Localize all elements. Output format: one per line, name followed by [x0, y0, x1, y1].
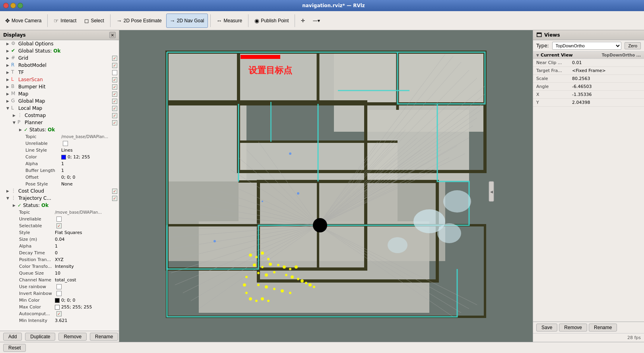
cost-cloud-item[interactable]: ▶ ⋮ Cost Cloud	[0, 187, 119, 195]
laser-scan-checkbox[interactable]	[112, 77, 117, 82]
traj-label-min-intensity: Min Intensity	[19, 318, 55, 323]
prop-buffer-length: Buffer Length 1	[0, 167, 119, 174]
map-item[interactable]: ▶ M Map	[0, 90, 119, 98]
view-target-frame-label: Target Fra...	[536, 68, 572, 73]
window-controls[interactable]	[3, 3, 23, 8]
prop-value-alpha: 1	[61, 161, 64, 166]
planner-status-item[interactable]: ▶ ✓ Status: Ok	[0, 126, 119, 133]
publish-point-icon: ◉	[254, 18, 259, 24]
grid-item[interactable]: ▶ # Grid	[0, 55, 119, 62]
interact-button[interactable]: ☞ Interact	[50, 14, 80, 28]
views-tree: ▼ Current View TopDownOrtho ... Near Cli…	[533, 52, 644, 322]
views-type-select[interactable]: TopDownOrtho Orbit FPS	[552, 42, 622, 50]
trajectory-item[interactable]: ▼ ⋮ Trajectory C...	[0, 195, 119, 202]
select-button[interactable]: ◻ Select	[81, 14, 107, 28]
invert-rainbow-checkbox[interactable]	[56, 291, 62, 296]
fps-display: 28 fps	[533, 333, 644, 342]
duplicate-button[interactable]: Duplicate	[25, 333, 55, 341]
measure-button[interactable]: ↔ Measure	[213, 14, 246, 28]
views-zero-button[interactable]: Zero	[625, 42, 641, 49]
planner-checkbox[interactable]	[112, 120, 117, 125]
view-angle-value: -6.46503	[572, 84, 592, 89]
traj-value-alpha: 1	[55, 244, 58, 249]
map-icon: M	[11, 91, 17, 97]
costmap-checkbox[interactable]	[112, 113, 117, 118]
global-status-item[interactable]: ▶ ✔ Global Status: Ok	[0, 47, 119, 55]
cost-cloud-checkbox[interactable]	[112, 189, 117, 194]
rename-button[interactable]: Rename	[90, 333, 118, 341]
rainbow-checkbox[interactable]	[56, 284, 62, 289]
reset-button[interactable]: Reset	[3, 344, 26, 352]
traj-value-pos-tran: XYZ	[55, 257, 64, 262]
unreliable-checkbox[interactable]	[63, 141, 68, 146]
views-rename-button[interactable]: Rename	[589, 324, 617, 332]
map-checkbox[interactable]	[112, 92, 117, 97]
expand-arrow: ▶	[6, 85, 11, 89]
publish-point-button[interactable]: ◉ Publish Point	[251, 14, 292, 28]
traj-prop-alpha: Alpha 1	[0, 243, 119, 250]
global-map-checkbox[interactable]	[112, 99, 117, 104]
local-map-icon: L	[11, 105, 17, 111]
min-color-swatch[interactable]	[55, 298, 60, 303]
local-map-item[interactable]: ▼ L Local Map	[0, 105, 119, 112]
tf-item[interactable]: ▶ T TF	[0, 69, 119, 76]
bumper-hit-item[interactable]: ▶ B Bumper Hit	[0, 83, 119, 90]
2d-pose-button[interactable]: → 2D Pose Estimate	[113, 14, 165, 28]
svg-point-95	[289, 292, 291, 294]
svg-point-20	[437, 223, 461, 243]
traj-value-color-trans: Intensity	[55, 264, 74, 269]
traj-selectable-checkbox[interactable]	[56, 223, 62, 228]
planner-item[interactable]: ▼ P Planner	[0, 119, 119, 126]
2d-goal-button[interactable]: → 2D Nav Goal	[166, 14, 208, 28]
expand-arrow: ▶	[6, 99, 11, 103]
views-remove-button[interactable]: Remove	[559, 324, 587, 332]
view-x: X -1.35336	[533, 91, 644, 99]
add-button[interactable]: Add	[3, 333, 22, 341]
close-button[interactable]	[3, 3, 9, 8]
global-map-item[interactable]: ▶ G Global Map	[0, 98, 119, 105]
maximize-button[interactable]	[17, 3, 23, 8]
extra-button-2[interactable]: —▾	[309, 14, 324, 28]
views-icon: 🗔	[536, 32, 542, 38]
svg-rect-103	[338, 90, 409, 91]
displays-close-button[interactable]: ✕	[109, 32, 116, 38]
expand-arrow: ▶	[6, 92, 11, 96]
minimize-button[interactable]	[10, 3, 16, 8]
2d-goal-label: 2D Nav Goal	[177, 18, 204, 23]
extra-button-1[interactable]: ✛	[297, 14, 308, 28]
view-angle-label: Angle	[536, 84, 572, 89]
remove-button[interactable]: Remove	[58, 333, 87, 341]
traj-label-topic: Topic	[19, 210, 55, 215]
traj-status-item[interactable]: ▶ ✓ Status: Ok	[0, 202, 119, 209]
robot-model-checkbox[interactable]	[112, 63, 117, 68]
trajectory-checkbox[interactable]	[112, 196, 117, 201]
traj-prop-topic: Topic /move_base/DWAPlan...	[0, 209, 119, 216]
displays-tree[interactable]: ▶ ⚙ Global Options ▶ ✔ Global Status: Ok…	[0, 40, 119, 331]
current-view-header[interactable]: ▼ Current View TopDownOrtho ...	[533, 52, 644, 59]
local-map-checkbox[interactable]	[112, 106, 117, 111]
views-save-button[interactable]: Save	[536, 324, 557, 332]
displays-title: Displays	[3, 32, 26, 38]
svg-point-72	[261, 252, 264, 255]
robot-model-item[interactable]: ▶ R RobotModel	[0, 62, 119, 69]
tf-checkbox[interactable]	[112, 70, 117, 75]
svg-point-85	[291, 275, 294, 279]
global-options-icon: ⚙	[11, 41, 17, 47]
toolbar: ✥ Move Camera ☞ Interact ◻ Select → 2D P…	[0, 11, 644, 30]
traj-value-min-intensity: 3.621	[55, 318, 68, 323]
svg-point-22	[443, 190, 471, 213]
autocompute-checkbox[interactable]	[56, 311, 62, 316]
laser-scan-item[interactable]: ▶ L LaserScan	[0, 76, 119, 83]
traj-unreliable-checkbox[interactable]	[56, 216, 62, 222]
costmap-item[interactable]: ▶ ⋮ Costmap	[0, 112, 119, 119]
global-options-item[interactable]: ▶ ⚙ Global Options	[0, 40, 119, 47]
view-y-label: Y	[536, 100, 572, 105]
grid-checkbox[interactable]	[112, 56, 117, 61]
max-color-swatch[interactable]	[55, 305, 60, 310]
traj-prop-rainbow: Use rainbow	[0, 283, 119, 290]
color-swatch[interactable]	[61, 155, 66, 160]
move-camera-button[interactable]: ✥ Move Camera	[2, 14, 45, 28]
traj-label-channel: Channel Name	[19, 277, 55, 283]
map-viewport[interactable]: 设置目标点 ◀	[119, 30, 533, 342]
bumper-hit-checkbox[interactable]	[112, 84, 117, 90]
